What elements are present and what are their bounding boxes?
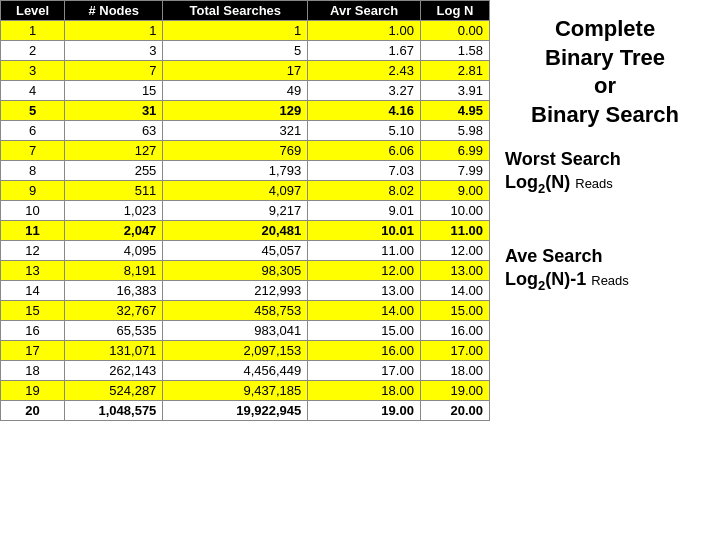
table-cell: 4.95 — [420, 101, 489, 121]
table-cell: 15.00 — [420, 301, 489, 321]
table-cell: 13.00 — [308, 281, 421, 301]
table-cell: 2,047 — [65, 221, 163, 241]
table-cell: 5.10 — [308, 121, 421, 141]
ave-log-label: Log2(N)-1 Reads — [505, 269, 705, 293]
table-row: 1665,535983,04115.0016.00 — [1, 321, 490, 341]
table-cell: 4 — [1, 81, 65, 101]
ave-search-label: Ave Search — [505, 246, 705, 267]
table-cell: 511 — [65, 181, 163, 201]
table-cell: 7 — [65, 61, 163, 81]
table-row: 95114,0978.029.00 — [1, 181, 490, 201]
info-panel: Complete Binary Tree or Binary Search Wo… — [490, 0, 720, 540]
ave-reads-text: Reads — [591, 273, 629, 288]
table-row: 1532,767458,75314.0015.00 — [1, 301, 490, 321]
table-cell: 9.00 — [420, 181, 489, 201]
table-cell: 11.00 — [308, 241, 421, 261]
ave-n-text: (N)-1 — [545, 269, 586, 289]
table-cell: 19.00 — [420, 381, 489, 401]
table-cell: 32,767 — [65, 301, 163, 321]
table-cell: 6.06 — [308, 141, 421, 161]
table-cell: 15 — [1, 301, 65, 321]
table-cell: 16.00 — [308, 341, 421, 361]
table-cell: 1 — [163, 21, 308, 41]
table-cell: 5 — [1, 101, 65, 121]
table-cell: 212,993 — [163, 281, 308, 301]
table-cell: 20.00 — [420, 401, 489, 421]
table-cell: 4,097 — [163, 181, 308, 201]
table-cell: 65,535 — [65, 321, 163, 341]
table-cell: 2 — [1, 41, 65, 61]
worst-reads-text: Reads — [575, 176, 613, 191]
table-row: 2351.671.58 — [1, 41, 490, 61]
table-cell: 9 — [1, 181, 65, 201]
table-cell: 2.43 — [308, 61, 421, 81]
table-cell: 13 — [1, 261, 65, 281]
table-cell: 17 — [163, 61, 308, 81]
table-cell: 9,437,185 — [163, 381, 308, 401]
table-cell: 127 — [65, 141, 163, 161]
table-cell: 31 — [65, 101, 163, 121]
table-row: 17131,0712,097,15316.0017.00 — [1, 341, 490, 361]
table-cell: 2.81 — [420, 61, 489, 81]
table-cell: 1,048,575 — [65, 401, 163, 421]
table-row: 101,0239,2179.0110.00 — [1, 201, 490, 221]
table-cell: 13.00 — [420, 261, 489, 281]
table-cell: 5.98 — [420, 121, 489, 141]
worst-n-text: (N) — [545, 172, 570, 192]
table-row: 138,19198,30512.0013.00 — [1, 261, 490, 281]
table-cell: 17.00 — [308, 361, 421, 381]
table-cell: 12 — [1, 241, 65, 261]
table-cell: 98,305 — [163, 261, 308, 281]
table-cell: 524,287 — [65, 381, 163, 401]
table-row: 5311294.164.95 — [1, 101, 490, 121]
table-cell: 1.00 — [308, 21, 421, 41]
table-cell: 12.00 — [308, 261, 421, 281]
table-cell: 18 — [1, 361, 65, 381]
table-cell: 14.00 — [420, 281, 489, 301]
table-row: 6633215.105.98 — [1, 121, 490, 141]
worst-log-text: Log — [505, 172, 538, 192]
table-row: 71277696.066.99 — [1, 141, 490, 161]
title-line4: Binary Search — [531, 102, 679, 127]
table-cell: 14.00 — [308, 301, 421, 321]
table-cell: 63 — [65, 121, 163, 141]
table-cell: 6.99 — [420, 141, 489, 161]
table-cell: 129 — [163, 101, 308, 121]
table-cell: 769 — [163, 141, 308, 161]
ave-log-text: Log — [505, 269, 538, 289]
table-cell: 0.00 — [420, 21, 489, 41]
table-cell: 1 — [65, 21, 163, 41]
table-cell: 15.00 — [308, 321, 421, 341]
worst-log-label: Log2(N) Reads — [505, 172, 705, 196]
table-row: 124,09545,05711.0012.00 — [1, 241, 490, 261]
table-cell: 18.00 — [420, 361, 489, 381]
table-cell: 1 — [1, 21, 65, 41]
table-cell: 4,095 — [65, 241, 163, 261]
table-cell: 1,023 — [65, 201, 163, 221]
table-cell: 3 — [1, 61, 65, 81]
table-cell: 458,753 — [163, 301, 308, 321]
table-cell: 19 — [1, 381, 65, 401]
table-cell: 18.00 — [308, 381, 421, 401]
table-cell: 983,041 — [163, 321, 308, 341]
table-cell: 10 — [1, 201, 65, 221]
table-cell: 1.58 — [420, 41, 489, 61]
title-line2: Binary Tree — [545, 45, 665, 70]
table-cell: 11.00 — [420, 221, 489, 241]
table-cell: 9,217 — [163, 201, 308, 221]
table-cell: 7.99 — [420, 161, 489, 181]
table-cell: 14 — [1, 281, 65, 301]
table-cell: 321 — [163, 121, 308, 141]
table-cell: 7.03 — [308, 161, 421, 181]
table-cell: 10.01 — [308, 221, 421, 241]
table-cell: 16,383 — [65, 281, 163, 301]
col-nodes: # Nodes — [65, 1, 163, 21]
table-cell: 17 — [1, 341, 65, 361]
table-cell: 15 — [65, 81, 163, 101]
table-cell: 12.00 — [420, 241, 489, 261]
worst-search-label: Worst Search — [505, 149, 705, 170]
table-row: 1416,383212,99313.0014.00 — [1, 281, 490, 301]
table-cell: 131,071 — [65, 341, 163, 361]
table-cell: 5 — [163, 41, 308, 61]
data-table-section: Level # Nodes Total Searches Avr Search … — [0, 0, 490, 540]
